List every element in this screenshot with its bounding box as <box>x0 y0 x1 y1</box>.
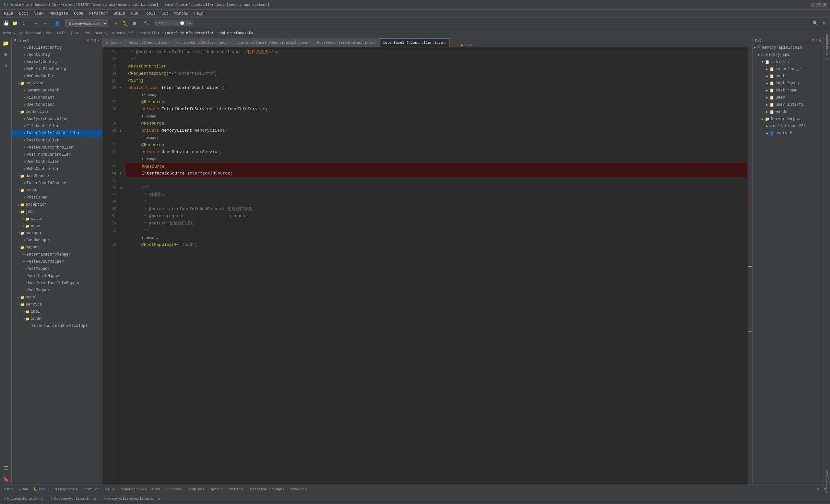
tree-impl[interactable]: ▼ 📁 impl <box>12 308 102 315</box>
bc-main[interactable]: main <box>57 31 65 35</box>
profile-btn[interactable]: 👤 <box>53 20 61 27</box>
settings-btn[interactable]: ⚙ <box>820 20 828 27</box>
forward-btn[interactable]: → <box>41 20 49 27</box>
tree-esdao[interactable]: ▼ 📁 esdao <box>12 187 102 194</box>
profiler-btn[interactable]: Profiler <box>81 487 101 492</box>
bc-src[interactable]: src <box>46 31 52 35</box>
git-translate[interactable]: ⇌ <box>189 21 192 25</box>
tree-filecontroller[interactable]: ● FileController <box>12 123 102 130</box>
luacheck-btn[interactable]: LuaCheck <box>163 487 184 492</box>
bc-controller[interactable]: controller <box>138 31 160 35</box>
db-userinterfa[interactable]: ▶ 📋 user_interfa <box>753 101 824 108</box>
menu-edit[interactable]: Edit <box>17 11 31 17</box>
tree-analysis[interactable]: ● AnalysisController <box>12 116 102 123</box>
run-bottom-btn[interactable]: ▶ Run <box>17 486 30 492</box>
menu-tools[interactable]: Tools <box>141 11 158 17</box>
open-btn[interactable]: 📁 <box>11 20 19 27</box>
bc-memory[interactable]: memory <box>95 31 108 35</box>
tree-cosmanager[interactable]: ● CosManager <box>12 237 102 244</box>
endpoints-btn[interactable]: ⊞ Endpoints <box>53 486 79 492</box>
db-collations[interactable]: ▶ ≡ collations 222 <box>753 123 824 130</box>
close-memoryclient[interactable]: ✕ <box>168 41 170 45</box>
tab-memoryclient[interactable]: MemoryClient.class ✕ <box>125 38 174 47</box>
services-btn[interactable]: Services <box>288 487 309 492</box>
tab-customglobal[interactable]: CustomGlobalFilter.java ✕ <box>174 38 233 47</box>
btab-memory-close[interactable]: ✕ <box>158 497 160 501</box>
problems-btn[interactable]: Problems <box>186 487 206 492</box>
refresh-btn[interactable]: ↻ <box>20 20 28 27</box>
spring-btn[interactable]: Spring <box>208 487 225 492</box>
tree-postfavour[interactable]: ● PostFavourController <box>12 144 102 151</box>
menu-navigate[interactable]: Navigate <box>47 11 71 17</box>
close-ejava[interactable]: ✕ <box>120 41 122 45</box>
bc-backend[interactable]: memory-api-backend <box>3 31 41 35</box>
tree-postthumpmapper[interactable]: ─ PostThumbMapper <box>12 273 102 280</box>
tree-usercontroller[interactable]: ● UserController <box>12 158 102 165</box>
search-btn[interactable]: 🔍 <box>811 20 819 27</box>
right-keypromoter-label[interactable]: Key Promoter X <box>824 45 830 51</box>
stop-btn[interactable]: ⏹ <box>130 20 138 27</box>
tree-fileconstant[interactable]: ● FileConstant <box>12 94 102 101</box>
close-userinterfaceservice[interactable]: ✕ <box>308 41 310 45</box>
close-postfavour[interactable]: ✕ <box>374 41 376 45</box>
close-button[interactable]: ✕ <box>822 3 827 7</box>
structure-icon[interactable]: ☰ <box>1 463 11 474</box>
tab-chevron-down[interactable]: ▼ <box>471 43 473 47</box>
menu-run[interactable]: Run <box>128 11 141 17</box>
tree-usermapper[interactable]: ─ UserMapper <box>12 287 102 294</box>
btab-main-close[interactable]: ✕ <box>41 497 43 501</box>
bc-controller-class[interactable]: InterfaceInfoController <box>165 31 214 35</box>
fold-36[interactable]: ▼ <box>119 86 122 90</box>
git-push[interactable]: ↑ <box>173 22 175 25</box>
right-notifications-label[interactable]: Notifications <box>824 479 830 484</box>
code-area[interactable]: 31 32 33 34 35 36 37 38 39 40 41 42 43 4… <box>102 48 752 484</box>
sidebar-expand[interactable]: ⊞ <box>94 38 96 42</box>
dependencies-btn[interactable]: Dependencies <box>119 487 148 492</box>
pullrequest-icon[interactable]: ⇅ <box>1 60 11 71</box>
tab-postfavour[interactable]: PostFavourServiceImpl.java ✕ <box>314 38 380 47</box>
tree-cycle[interactable]: ▶ 📁 cycle <box>12 215 102 222</box>
db-tables[interactable]: ▼ 📋 tables 7 <box>753 58 824 65</box>
btab-memory[interactable]: ● MemoryClientApplication ✕ <box>100 495 164 503</box>
bc-java[interactable]: java <box>70 31 79 35</box>
menu-help[interactable]: Help <box>192 11 206 17</box>
maximize-button[interactable]: □ <box>817 3 821 7</box>
db-icon-1[interactable]: ≡ <box>812 38 814 42</box>
expand-bottom-btn[interactable]: ⊞ <box>822 486 828 492</box>
back-btn[interactable]: ← <box>32 20 40 27</box>
project-icon[interactable]: 📁 <box>1 38 11 49</box>
tree-jsonconfig[interactable]: ● JsonConfig <box>12 51 102 58</box>
db-postthumf[interactable]: ▶ 📋 post_thum <box>753 87 824 94</box>
bc-method[interactable]: addInterfaceInfo <box>219 31 253 35</box>
fold-46b[interactable]: ▼ <box>122 186 124 190</box>
tree-userinterfacemapper[interactable]: ─ UserInterfaceInfoMapper <box>12 280 102 287</box>
tree-service[interactable]: ▼ 📁 service <box>12 301 102 308</box>
minimize-button[interactable]: ─ <box>810 3 815 7</box>
db-user[interactable]: ▶ 📋 user <box>753 94 824 101</box>
code-content[interactable]: * @author <a href="https://github.com/li… <box>126 48 748 484</box>
tree-serviceimpl[interactable]: ─ InterfaceInfoServiceImpl <box>12 322 102 329</box>
tree-job[interactable]: ▼ 📁 job <box>12 208 102 215</box>
tree-interfaceidsource[interactable]: ● InterfaceIdSource <box>12 180 102 187</box>
tab-ejava[interactable]: e.java ✕ <box>102 38 125 47</box>
bc-com[interactable]: com <box>84 31 90 35</box>
tree-interfaceinfomapper[interactable]: ─ InterfaceInfoMapper <box>12 251 102 258</box>
dbchanges-btn[interactable]: Database Changes <box>248 487 286 492</box>
bookmarks-icon[interactable]: 🔖 <box>1 474 11 484</box>
terminal-btn[interactable]: Terminal <box>226 487 247 492</box>
tree-wxopen[interactable]: ● WxOpenConfig <box>12 73 102 80</box>
tree-manager[interactable]: ▼ 📁 manager <box>12 230 102 237</box>
db-post[interactable]: ▶ 📋 post <box>753 73 824 80</box>
tree-once[interactable]: ▶ 📁 once <box>12 222 102 230</box>
db-serverobjects[interactable]: ▶ 📁 Server Objects <box>753 116 824 123</box>
tab-chevron-up[interactable]: ▲ <box>469 43 471 47</box>
menu-build[interactable]: Build <box>111 11 128 17</box>
fold-46[interactable]: ▼ <box>119 186 122 190</box>
git-bottom-btn[interactable]: ⊕ Git <box>2 486 15 492</box>
git-pull[interactable]: ↓ <box>177 22 179 25</box>
db-memoryapi[interactable]: ▼ 🗂 memory_api <box>753 51 824 58</box>
menu-code[interactable]: Code <box>71 11 86 17</box>
git-undo[interactable]: ↺ <box>186 21 188 25</box>
btab-gateway-close[interactable]: ✕ <box>94 497 96 501</box>
menu-file[interactable]: File <box>1 11 16 17</box>
